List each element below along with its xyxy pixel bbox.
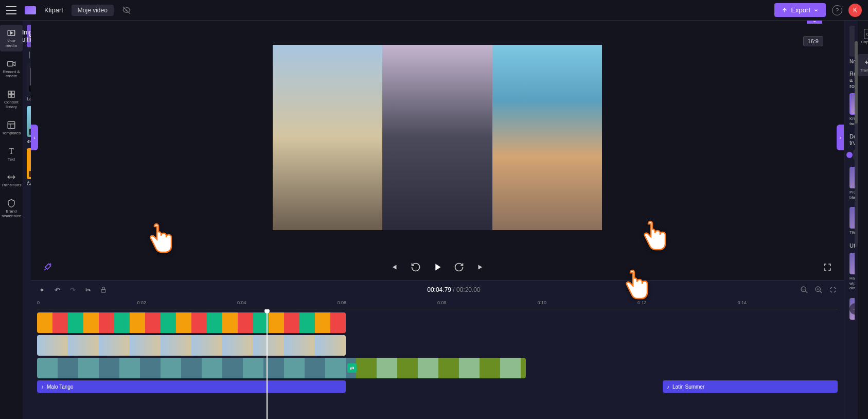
timeline-toolbar: ✦ ↶ ↷ ✂ 00:04.79 / 00:20.00 [31, 281, 844, 299]
ruler-tick: 0:10 [538, 300, 547, 305]
nav-label: Content library [1, 100, 22, 110]
video-track-clip[interactable] [37, 312, 346, 333]
aspect-ratio-badge[interactable]: 16:9 [803, 36, 823, 46]
nav-content-library[interactable]: Content library [0, 86, 23, 113]
transition-item[interactable]: → [849, 298, 855, 320]
ruler-tick: 0 [37, 300, 40, 305]
video-thumb: 0:10 [27, 106, 31, 137]
import-dropdown-icon[interactable] [26, 25, 31, 47]
transitions-panel: None Rozostření a rozostření Křížek fade… [844, 21, 855, 419]
ruler-tick: 0:06 [338, 300, 347, 305]
visibility-off-icon[interactable] [122, 6, 131, 15]
media-panel: Import multimédií 2:48 Latinské létoc 3:… [23, 21, 31, 419]
sparkle-icon[interactable]: ✦ [37, 285, 46, 294]
split-icon[interactable]: ✂ [83, 285, 93, 294]
nav-transitions[interactable]: Transitions [0, 169, 23, 191]
ruler-tick: 0:02 [137, 300, 147, 305]
svg-rect-1 [8, 61, 13, 66]
record-icon [6, 59, 16, 69]
transitions-icon [6, 172, 16, 182]
nav-label: Transition [860, 68, 868, 73]
timeline-ruler[interactable]: 0 0:02 0:04 0:06 0:08 0:10 0:12 0:14 [37, 299, 838, 309]
rewind-icon[interactable] [410, 261, 422, 273]
preview-canvas[interactable] [273, 45, 602, 230]
nav-captions[interactable]: CC Captions [858, 26, 868, 48]
media-icon [6, 28, 16, 38]
timeline-area: ⌄ ✦ ↶ ↷ ✂ 00:04.79 / 00:20.00 [31, 280, 844, 419]
project-name-tab[interactable]: Moje video [72, 5, 114, 16]
audio-track-clip[interactable]: ♪ Latin Summer [663, 380, 838, 393]
nav-transition[interactable]: Transition [858, 54, 868, 76]
media-name: 4K Time-lapse Sq. @ of empty @ [27, 139, 31, 144]
slider-thumb[interactable] [846, 152, 853, 158]
preview-pane [492, 45, 602, 230]
music-note-icon: ♪ [667, 384, 669, 390]
skip-forward-icon[interactable] [474, 261, 487, 273]
play-icon[interactable] [431, 261, 444, 273]
transition-none[interactable] [849, 26, 855, 57]
captions-icon: CC [864, 29, 868, 39]
help-icon[interactable]: ? [832, 5, 842, 15]
nav-label: Record & create [1, 70, 22, 79]
undo-icon[interactable]: ↶ [52, 285, 62, 294]
transition-item[interactable]: ↓ Hard wipe downNew [849, 253, 855, 291]
library-icon [6, 89, 16, 99]
nav-record-create[interactable]: Record & create [0, 56, 23, 82]
zoom-fit-icon[interactable] [828, 285, 838, 294]
zoom-in-icon[interactable] [814, 285, 823, 294]
nav-your-media[interactable]: Your media [0, 25, 23, 51]
video-track-clip[interactable] [37, 358, 356, 378]
audio-track-clip[interactable]: ♪ Malo Tango [37, 380, 346, 393]
timeline-zoom [800, 285, 838, 294]
tracks-container: ⇄ ♪ Malo Tango ♪ Latin Summer [31, 309, 844, 419]
timeline-collapse-handle[interactable]: ⌄ [807, 21, 822, 24]
nav-brand-kit[interactable]: Brand stavebnice [0, 195, 23, 222]
playback-bar [31, 254, 844, 280]
collapse-right-handle[interactable]: › [837, 125, 844, 150]
zoom-out-icon[interactable] [800, 285, 809, 294]
lock-icon[interactable] [99, 285, 108, 294]
collapse-left-handle[interactable]: ‹ [31, 125, 38, 150]
video-track-row: ⇄ [37, 358, 526, 378]
video-track-clip[interactable] [37, 335, 346, 356]
media-item[interactable]: 2:48 Latinské létoc [27, 63, 31, 102]
topbar-left: Klipart Moje video [6, 5, 131, 16]
skip-back-icon[interactable] [388, 261, 400, 273]
music-note-icon: ♪ [41, 384, 44, 390]
playhead[interactable] [267, 309, 268, 419]
media-name: Latinské léto [27, 96, 31, 101]
transition-thumb: → [849, 298, 855, 320]
transition-marker-icon[interactable]: ⇄ [347, 363, 357, 373]
import-media-button[interactable]: Import multimédií [27, 25, 31, 47]
menu-icon[interactable] [6, 6, 16, 14]
avatar[interactable]: K [848, 4, 862, 17]
templates-icon [6, 120, 16, 130]
media-item[interactable]: 0:10 4K Time-lapse Sq. @ of empty @ [27, 106, 31, 144]
export-button[interactable]: Export [774, 3, 826, 17]
magic-wand-icon[interactable] [41, 261, 54, 273]
forward-icon[interactable] [453, 261, 465, 273]
timeline-tools: ✦ ↶ ↷ ✂ [37, 285, 108, 294]
transition-thumb [849, 93, 855, 115]
redo-icon[interactable]: ↷ [68, 285, 77, 294]
media-item[interactable]: 0:10 Časoběrné polosběrné 4K @ [27, 148, 31, 186]
nav-templates[interactable]: Templates [0, 117, 23, 139]
nav-text[interactable]: T Text [0, 143, 23, 165]
right-nav: CC Captions Transition [858, 21, 868, 419]
transition-item[interactable]: Tiles [849, 207, 855, 235]
audio-clip-name: Latin Summer [672, 384, 704, 390]
preview-pane [273, 45, 382, 230]
transition-label: Křížek fade [849, 116, 855, 126]
nav-label: Transitions [2, 183, 22, 188]
arrow-right-icon: → [849, 303, 855, 315]
transition-thumb [849, 167, 855, 188]
fullscreen-icon[interactable] [821, 261, 834, 273]
transition-thumb [849, 207, 855, 229]
audio-thumb: 2:48 [27, 63, 31, 94]
media-name: Časoběrné polosběrné 4K @ [27, 181, 31, 186]
svg-rect-4 [8, 95, 11, 97]
transition-item[interactable]: Křížek fade [849, 93, 855, 126]
transition-item[interactable]: Prolnuthrough black [849, 167, 855, 200]
video-track-clip[interactable] [356, 358, 526, 378]
audio-track-row: ♪ Malo Tango ♪ Latin Summer [37, 380, 838, 393]
